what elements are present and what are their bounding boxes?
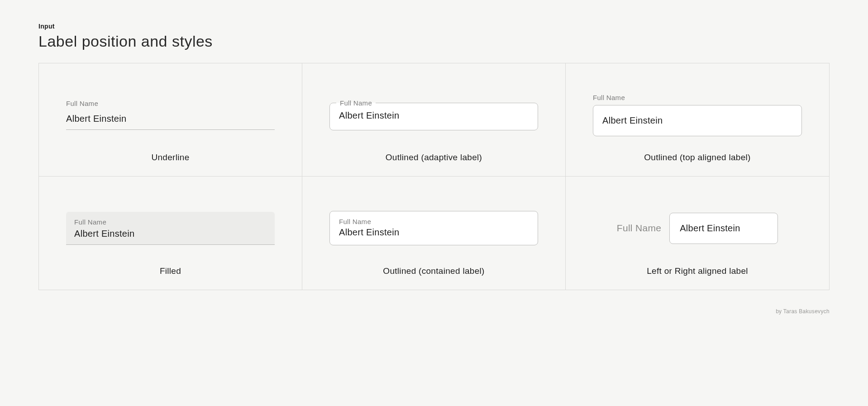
text-input-outlined-contained[interactable] bbox=[339, 227, 529, 238]
example-area: Full Name bbox=[66, 86, 275, 143]
example-caption: Filled bbox=[160, 266, 181, 276]
text-input-filled[interactable] bbox=[74, 229, 267, 239]
field-label: Full Name bbox=[593, 94, 802, 101]
example-caption: Underline bbox=[151, 153, 189, 162]
contained-field-wrap: Full Name bbox=[329, 211, 538, 245]
page-title: Label position and styles bbox=[38, 33, 830, 50]
example-area: Full Name bbox=[593, 199, 802, 257]
field-label: Full Name bbox=[336, 99, 376, 107]
attribution: by Taras Bakusevych bbox=[38, 308, 830, 315]
side-field-wrap: Full Name bbox=[593, 213, 802, 244]
text-input-outlined-top[interactable] bbox=[593, 105, 802, 136]
underline-field-wrap: Full Name bbox=[66, 100, 275, 130]
example-underline: Full Name Underline bbox=[39, 63, 302, 177]
field-label: Full Name bbox=[66, 100, 275, 107]
field-label: Full Name bbox=[74, 218, 267, 226]
example-side-aligned: Full Name Left or Right aligned label bbox=[566, 177, 829, 290]
example-area: Full Name bbox=[329, 199, 538, 257]
text-input-outlined-adaptive[interactable] bbox=[330, 107, 538, 130]
top-field-wrap: Full Name bbox=[593, 94, 802, 136]
example-caption: Outlined (contained label) bbox=[383, 266, 484, 276]
field-label: Full Name bbox=[339, 218, 529, 225]
example-outlined-adaptive: Full Name Outlined (adaptive label) bbox=[302, 63, 566, 177]
example-area: Full Name bbox=[66, 199, 275, 257]
example-caption: Left or Right aligned label bbox=[647, 266, 748, 276]
adaptive-fieldset: Full Name bbox=[329, 99, 538, 130]
example-filled: Full Name Filled bbox=[39, 177, 302, 290]
adaptive-field-wrap: Full Name bbox=[329, 99, 538, 130]
filled-field-wrap: Full Name bbox=[66, 212, 275, 245]
text-input-underline[interactable] bbox=[66, 112, 275, 130]
example-caption: Outlined (adaptive label) bbox=[386, 153, 482, 162]
example-outlined-top: Full Name Outlined (top aligned label) bbox=[566, 63, 829, 177]
example-area: Full Name bbox=[329, 86, 538, 143]
overline: Input bbox=[38, 23, 830, 30]
example-outlined-contained: Full Name Outlined (contained label) bbox=[302, 177, 566, 290]
example-area: Full Name bbox=[593, 86, 802, 143]
page-header: Input Label position and styles bbox=[38, 23, 830, 50]
text-input-side-aligned[interactable] bbox=[669, 213, 778, 244]
examples-grid: Full Name Underline Full Name Outlined (… bbox=[38, 63, 830, 290]
example-caption: Outlined (top aligned label) bbox=[644, 153, 751, 162]
field-label: Full Name bbox=[617, 223, 661, 234]
